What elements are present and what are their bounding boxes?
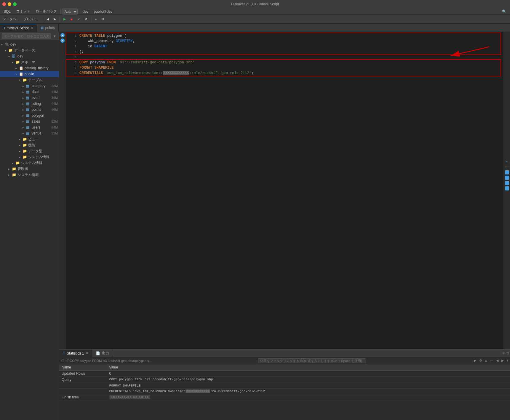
line-number: 8 [68,70,76,76]
icon-btn-1[interactable] [505,170,509,174]
toolbar-nav-fwd[interactable]: ▶ [52,17,58,22]
query-icon: ↑T [60,359,64,363]
toolbar-rollback[interactable]: ↺ [83,17,89,22]
line-content: COPY polygon FROM 's3://redshift-geo-dat… [79,60,195,65]
sidebar-item-datatypes-folder[interactable]: ▸ 📁 データ型 [0,148,59,154]
sidebar-item-table-sales[interactable]: ▸ ▦ sales 52M [0,118,59,124]
toolbar-nav-back[interactable]: ◀ [45,17,51,22]
run-statement-btn-2[interactable]: ▶ [60,39,65,43]
tab-output[interactable]: 📄 出力 [92,350,113,357]
sidebar-item-public[interactable]: ▾ 📋 public [0,71,59,77]
icon-btn-2[interactable] [505,176,509,180]
filter-input[interactable] [258,358,366,363]
sidebar-item-table-venue[interactable]: ▸ ▦ venue 32M [0,130,59,136]
tab-points[interactable]: ▦ points [37,24,59,32]
chevron-right-icon: ▸ [23,96,26,100]
toolbar-btn-proj[interactable]: プロジェ... [22,16,41,22]
col-header-value: Value [107,364,510,371]
result-settings-btn[interactable]: ≡ [484,359,488,363]
menu-search-icon[interactable]: 🔍 [500,9,509,14]
filter-settings-btn[interactable]: ⚙ [478,358,483,363]
toolbar-btn-db[interactable]: データベ... [1,16,20,22]
line-number: 3 [68,44,76,49]
sidebar-item-views-folder[interactable]: ▸ 📁 ビュー [0,136,59,142]
chevron-down-icon: ▾ [5,49,8,52]
maximize-button[interactable] [13,2,17,6]
sidebar-item-dev-db[interactable]: ▾ 🗄 dev [0,53,59,59]
statistics-tab-label: Statistics 1 [67,351,84,355]
menu-commit[interactable]: コミット [14,8,33,15]
toolbar-run[interactable]: ▶ [62,17,68,22]
menu-sql[interactable]: SQL [1,9,13,14]
sidebar-item-label: catalog_history [25,66,58,70]
run-filter-btn[interactable]: ▶ [473,358,477,363]
tab-statistics[interactable]: T Statistics 1 ✕ [59,350,92,357]
toolbar-settings[interactable]: ⚙ [100,17,106,22]
sidebar-item-sysinfo-folder[interactable]: ▸ 📁 システム情報 [0,160,59,166]
folder-icon: 📁 [23,137,27,141]
dots-menu-btn[interactable]: ⋯ [504,165,509,169]
close-button[interactable] [2,2,6,6]
menu-rollback[interactable]: ロールバック [33,8,59,15]
sidebar-filter-btn[interactable]: ▼ [52,34,57,38]
sidebar-item-label: listing [32,102,50,106]
sidebar-item-label: venue [32,131,50,135]
table-size: 44M [52,102,58,105]
tab-script[interactable]: T *<dev> Script ✕ [0,24,37,32]
sidebar-item-table-category[interactable]: ▸ ▦ category 28M [0,83,59,89]
bottom-panel-close[interactable]: ✕ [501,351,506,355]
toolbar-stop[interactable]: ■ [69,17,74,22]
result-expand-btn[interactable]: ⟩ [506,358,509,363]
result-name [59,389,107,394]
sidebar-item-table-users[interactable]: ▸ ▦ users 84M [0,124,59,130]
add-row-btn[interactable]: + [505,159,509,163]
sidebar-item-databases-folder[interactable]: ▾ 📁 データベース [0,47,59,53]
line-number: 1 [68,33,76,39]
auto-select[interactable]: Auto [62,9,78,15]
chevron-right-icon: ▸ [8,173,12,177]
sidebar-item-table-event[interactable]: ▸ ▦ event 36M [0,95,59,101]
statistics-tab-close[interactable]: ✕ [86,351,88,355]
sidebar-item-dev-connection[interactable]: ▾ 🔌 dev [0,41,59,47]
chevron-right-icon: ▸ [15,67,19,70]
sidebar-item-table-polygon[interactable]: ▸ ▦ polygon [0,113,59,118]
result-more-btn[interactable]: ⋯ [489,358,494,363]
icon-btn-3[interactable] [505,181,509,185]
sidebar-item-tables-folder[interactable]: ▾ 📁 テーブル [0,77,59,83]
editor-container: ▶ ▶ 1 CREATE TABLE polygon ( 2 [59,32,510,349]
run-statement-btn[interactable]: ▶ [60,33,65,37]
sidebar-item-schema-folder[interactable]: ▾ 📁 スキーマ [0,59,59,65]
sidebar-item-table-listing[interactable]: ▸ ▦ listing 44M [0,101,59,107]
sidebar-item-table-date[interactable]: ▸ ▦ date 44M [0,89,59,95]
table-size: 52M [52,120,58,123]
bottom-panel-detach[interactable]: ⊟ [506,351,510,355]
minimize-button[interactable] [8,2,11,6]
toolbar-format[interactable]: ≡ [93,17,98,22]
tab-script-close[interactable]: ✕ [31,26,33,30]
table-search-input[interactable] [2,33,51,39]
result-name: Updated Rows [59,371,107,377]
result-nav-fwd[interactable]: ▶ [501,358,505,363]
sidebar-item-admin-folder[interactable]: ▸ 📁 管理者 [0,166,59,172]
table-icon: ▦ [26,131,31,135]
sidebar-item-label: システム情報 [17,172,58,177]
sidebar-item-label: points [32,108,50,112]
sidebar-item-catalog-history[interactable]: ▸ 📋 catalog_history [0,65,59,71]
sidebar-item-label: dev [17,54,58,58]
sidebar-item-table-points[interactable]: ▸ ▦ points 46M [0,107,59,113]
menu-schema[interactable]: public@dev [91,9,115,14]
content-area: ▶ ▶ 1 CREATE TABLE polygon ( 2 [59,32,510,420]
sidebar-item-sysinfo-root[interactable]: ▸ 📁 システム情報 [0,172,59,178]
sidebar-item-label: 機能 [28,143,58,148]
toolbar-commit[interactable]: ✓ [76,17,82,22]
sidebar-item-aggregate-folder[interactable]: ▸ 📁 システム情報 [0,154,59,160]
code-editor[interactable]: 1 CREATE TABLE polygon ( 2 wkb_geometry … [66,32,503,349]
sidebar-item-label: システム情報 [21,161,58,166]
sidebar-item-functions-folder[interactable]: ▸ 📁 機能 [0,142,59,148]
result-nav-back[interactable]: ◀ [495,358,499,363]
menu-dev[interactable]: dev [80,9,91,14]
bottom-tabbar: T Statistics 1 ✕ 📄 出力 ✕ ⊟ [59,350,510,357]
chevron-right-icon: ▸ [23,84,26,88]
icon-btn-4[interactable] [505,186,509,190]
database-icon: 🗄 [12,54,17,58]
